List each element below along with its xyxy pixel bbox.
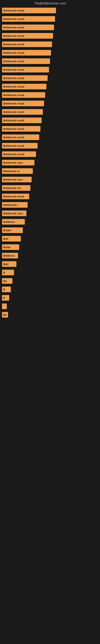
bar-row: Bott [2, 236, 98, 242]
bar-row: Bottleneck result [2, 109, 98, 115]
bar-row: Bottleneck result [2, 126, 98, 132]
bottleneck-bar: Bottleneck resu [2, 160, 34, 166]
bar-label: Bottleneck re [3, 170, 20, 173]
bar-label: Bottler [3, 229, 12, 232]
bars-container: Bottleneck resultBottleneck resultBottle… [0, 8, 100, 320]
bar-label: Bottleneck resu [3, 212, 23, 215]
bottleneck-bar: Bottleneck result [2, 143, 38, 148]
bottleneck-bar: Bott [2, 261, 16, 267]
bar-label: Bottleneck result [3, 195, 24, 198]
bar-label: Bottleneck result [3, 68, 24, 71]
bar-row: Bottleneck result [2, 143, 98, 148]
bottleneck-bar [2, 304, 7, 309]
bottleneck-bar: Bottleneck result [2, 92, 45, 98]
bar-label: Bo [3, 313, 7, 316]
bar-row: Bottleneck resu [2, 160, 98, 166]
bar-row: Bottle [2, 244, 98, 250]
bottleneck-bar: Bottleneck result [2, 109, 43, 115]
bar-label: Bottleneck result [3, 60, 24, 63]
bottleneck-bar: Bottleneck res [2, 185, 30, 191]
bar-row: Bottleneck result [2, 16, 98, 22]
bottleneck-bar: Bo [2, 312, 8, 318]
bottleneck-bar: Bottleneck result [2, 8, 56, 13]
bar-row: Bottleneck res [2, 185, 98, 191]
bar-row: Bottleneck result [2, 92, 98, 98]
bar-row: Bottleneck result [2, 118, 98, 123]
bar-label: Bott [3, 263, 8, 266]
bar-label: Bott [3, 237, 8, 240]
bottleneck-bar: Bottleneck result [2, 75, 48, 81]
bar-label: B [3, 271, 5, 274]
bar-label: Bottleneck result [3, 9, 24, 12]
bottleneck-bar: Bottleneck result [2, 33, 53, 39]
bar-label: Bottlenec [3, 254, 15, 257]
bar-row: Bottleneck result [2, 194, 98, 199]
bottleneck-bar: B [2, 295, 9, 301]
bar-row: Bottleneck result [2, 42, 98, 47]
bar-row: Bo [2, 278, 98, 284]
bar-row: Bottlenec [2, 219, 98, 224]
bar-row: Bottleneck result [2, 24, 98, 30]
bottleneck-bar: Bottleneck result [2, 84, 47, 89]
bar-label: Bottlenec [3, 220, 15, 224]
bar-row: Bottleneck result [2, 33, 98, 39]
bar-label: Bottleneck result [3, 43, 24, 46]
bar-label: Bottleneck result [3, 136, 24, 139]
bar-row: Bottlenec [2, 253, 98, 258]
bar-label: Bottle [3, 246, 11, 249]
bottleneck-bar: Bottlenec [2, 253, 18, 258]
bottleneck-bar: B [2, 286, 11, 292]
bar-label: Bottleneck result [3, 110, 24, 114]
bar-label: Bottleneck result [3, 119, 24, 122]
bar-row: Bottler [2, 228, 98, 233]
bottleneck-bar: Bottleneck resu [2, 177, 32, 182]
bar-row: Bottleneck result [2, 67, 98, 72]
bar-row: Bottleneck result [2, 58, 98, 64]
bar-label: Bottleneck result [3, 77, 24, 80]
bar-row: Bottleneck result [2, 151, 98, 157]
bottleneck-bar: Bottleneck result [2, 151, 36, 157]
bar-row: Bottleneck result [2, 84, 98, 89]
bar-label: Bottleneck resu [3, 161, 23, 164]
bar-row: Bo [2, 312, 98, 318]
bar-label: Bottleneck result [3, 18, 24, 20]
bar-label: B [3, 288, 5, 291]
bottleneck-bar: Bottleneck r [2, 202, 28, 208]
bar-label: Bottleneck result [3, 153, 24, 156]
bar-row: Bottleneck resu [2, 177, 98, 182]
bottleneck-bar: Bottleneck result [2, 24, 54, 30]
bottleneck-bar: Bottleneck re [2, 168, 33, 174]
bar-row: Bott [2, 261, 98, 267]
bar-label: Bottleneck result [3, 26, 24, 29]
bar-label: Bottleneck result [3, 34, 24, 38]
bar-row: Bottleneck r [2, 202, 98, 208]
bottleneck-bar: Bottleneck resu [2, 210, 26, 216]
site-title: TheBottlenecker.com [0, 0, 100, 8]
bottleneck-bar: B [2, 270, 14, 275]
bar-label: Bottleneck result [3, 94, 24, 96]
bar-label: Bottleneck r [3, 204, 18, 206]
bar-row: Bottleneck resu [2, 210, 98, 216]
bar-label: Bottleneck res [3, 186, 21, 190]
bar-label: Bottleneck result [3, 51, 24, 54]
bar-label: Bottleneck result [3, 144, 24, 147]
bottleneck-bar: Bottle [2, 244, 19, 250]
bar-label: Bo [3, 280, 7, 282]
bottleneck-bar: Bottleneck result [2, 100, 44, 106]
bottleneck-bar: Bottleneck result [2, 16, 55, 22]
bar-row: Bottleneck result [2, 50, 98, 56]
bar-row: Bottleneck result [2, 8, 98, 13]
bar-label: Bottleneck result [3, 85, 24, 88]
bar-row: Bottleneck result [2, 75, 98, 81]
bottleneck-bar: Bottleneck result [2, 134, 39, 140]
bottleneck-bar: Bottlenec [2, 219, 25, 224]
bottleneck-bar: Bott [2, 236, 21, 242]
bar-row: Bottleneck result [2, 134, 98, 140]
bottleneck-bar: Bottleneck result [2, 50, 51, 56]
bar-label: Bottleneck result [3, 102, 24, 105]
bottleneck-bar: Bottleneck result [2, 194, 29, 199]
bar-row: Bottleneck re [2, 168, 98, 174]
bar-label: Bottleneck resu [3, 178, 23, 181]
bar-row: B [2, 286, 98, 292]
bottleneck-bar: Bottleneck result [2, 42, 52, 47]
